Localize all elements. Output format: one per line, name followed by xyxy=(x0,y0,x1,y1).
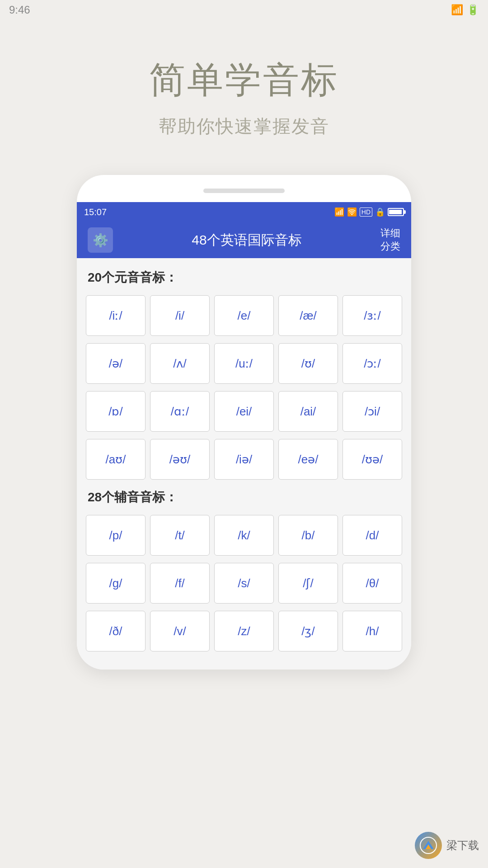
phonetic-cell[interactable]: /θ/ xyxy=(343,563,402,604)
watermark-logo xyxy=(415,832,442,859)
phonetic-cell[interactable]: /uː/ xyxy=(214,343,274,384)
phonetic-cell[interactable]: /ɜː/ xyxy=(343,295,402,336)
phonetic-cell[interactable]: /b/ xyxy=(278,515,338,556)
consonant-row-3: /ð/ /v/ /z/ /ʒ/ /h/ xyxy=(86,611,402,651)
phone-nav-bar: ⚙️ 48个英语国际音标 详细分类 xyxy=(77,222,411,258)
phonetic-cell[interactable]: /p/ xyxy=(86,515,145,556)
phonetic-cell[interactable]: /ɒ/ xyxy=(86,391,145,432)
consonants-section-title: 28个辅音音标： xyxy=(86,489,402,506)
phonetic-cell[interactable]: /e/ xyxy=(214,295,274,336)
main-title: 简单学音标 xyxy=(149,56,339,105)
phone-status-bar: 15:07 📶 🛜 HD 🔒 xyxy=(77,202,411,222)
phonetic-cell[interactable]: /g/ xyxy=(86,563,145,604)
status-bar: 9:46 📶 🔋 xyxy=(0,0,488,20)
phonetic-cell[interactable]: /ʊə/ xyxy=(343,439,402,480)
phonetic-cell[interactable]: /æ/ xyxy=(278,295,338,336)
phonetic-cell[interactable]: /ʒ/ xyxy=(278,611,338,651)
detail-button[interactable]: 详细分类 xyxy=(380,227,400,253)
phonetic-cell[interactable]: /k/ xyxy=(214,515,274,556)
phonetic-cell[interactable]: /ʌ/ xyxy=(150,343,210,384)
phonetic-cell[interactable]: /h/ xyxy=(343,611,402,651)
consonant-row-1: /p/ /t/ /k/ /b/ /d/ xyxy=(86,515,402,556)
phonetic-cell[interactable]: /v/ xyxy=(150,611,210,651)
battery-indicator: 🔋 xyxy=(467,4,479,16)
wifi-icon: 📶 xyxy=(451,4,463,16)
phonetic-cell[interactable]: /iə/ xyxy=(214,439,274,480)
vowel-row-4: /aʊ/ /əʊ/ /iə/ /eə/ /ʊə/ xyxy=(86,439,402,480)
phone-notch xyxy=(203,189,285,193)
phonetic-cell[interactable]: /ei/ xyxy=(214,391,274,432)
phone-mockup: 15:07 📶 🛜 HD 🔒 ⚙️ 48个英语国际音标 详细分类 20个元音音标… xyxy=(77,175,411,670)
phonetic-cell[interactable]: /aʊ/ xyxy=(86,439,145,480)
consonant-row-2: /g/ /f/ /s/ /ʃ/ /θ/ xyxy=(86,563,402,604)
title-section: 简单学音标 帮助你快速掌握发音 xyxy=(149,56,339,139)
sub-title: 帮助你快速掌握发音 xyxy=(149,114,339,139)
vowels-section-title: 20个元音音标： xyxy=(86,269,402,286)
vowel-row-1: /iː/ /i/ /e/ /æ/ /ɜː/ xyxy=(86,295,402,336)
vowel-row-2: /ə/ /ʌ/ /uː/ /ʊ/ /ɔː/ xyxy=(86,343,402,384)
phonetic-cell[interactable]: /z/ xyxy=(214,611,274,651)
phonetic-cell[interactable]: /ʊ/ xyxy=(278,343,338,384)
watermark: 梁下载 xyxy=(415,832,479,859)
phone-wifi-icon: 🛜 xyxy=(347,207,357,217)
phonetic-cell[interactable]: /ɑː/ xyxy=(150,391,210,432)
phone-time: 15:07 xyxy=(84,207,107,217)
watermark-text: 梁下载 xyxy=(446,838,479,853)
phone-signal-icon: 📶 xyxy=(334,207,344,217)
phonetic-cell[interactable]: /ʃ/ xyxy=(278,563,338,604)
phonetic-cell[interactable]: /d/ xyxy=(343,515,402,556)
phonetic-cell[interactable]: /əʊ/ xyxy=(150,439,210,480)
nav-title: 48个英语国际音标 xyxy=(192,231,301,250)
phonetic-cell[interactable]: /ɔi/ xyxy=(343,391,402,432)
status-time: 9:46 xyxy=(9,4,30,16)
phonetic-cell[interactable]: /ð/ xyxy=(86,611,145,651)
phonetic-cell[interactable]: /f/ xyxy=(150,563,210,604)
phonetic-cell[interactable]: /ai/ xyxy=(278,391,338,432)
phone-status-icons: 📶 🛜 HD 🔒 xyxy=(334,207,404,217)
battery-icon xyxy=(388,208,404,216)
phone-content: 20个元音音标： /iː/ /i/ /e/ /æ/ /ɜː/ /ə/ /ʌ/ /… xyxy=(77,258,411,670)
settings-button[interactable]: ⚙️ xyxy=(88,227,113,253)
phonetic-cell[interactable]: /ɔː/ xyxy=(343,343,402,384)
phonetic-cell[interactable]: /iː/ xyxy=(86,295,145,336)
phonetic-cell[interactable]: /eə/ xyxy=(278,439,338,480)
phone-hd-icon: HD xyxy=(360,208,372,217)
vowel-row-3: /ɒ/ /ɑː/ /ei/ /ai/ /ɔi/ xyxy=(86,391,402,432)
phone-lock-icon: 🔒 xyxy=(375,207,385,217)
phonetic-cell[interactable]: /s/ xyxy=(214,563,274,604)
phonetic-cell[interactable]: /t/ xyxy=(150,515,210,556)
status-icons: 📶 🔋 xyxy=(451,4,479,16)
phonetic-cell[interactable]: /i/ xyxy=(150,295,210,336)
phonetic-cell[interactable]: /ə/ xyxy=(86,343,145,384)
